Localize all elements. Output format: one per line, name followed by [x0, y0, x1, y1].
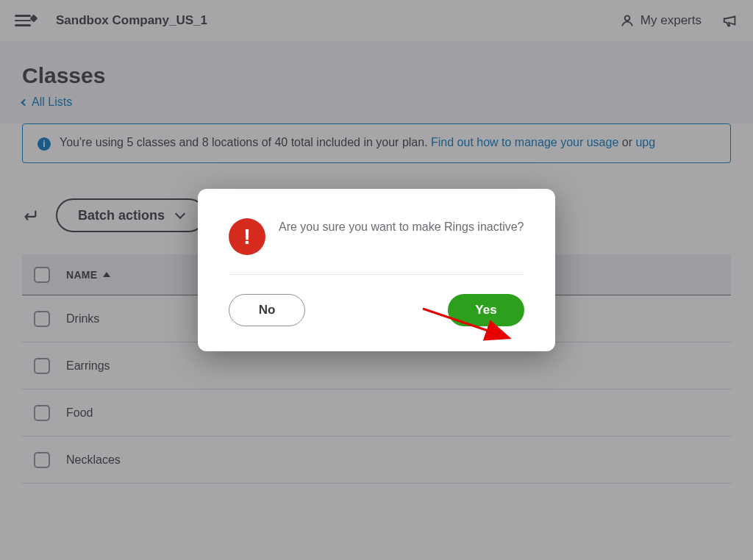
- warning-icon: !: [229, 218, 265, 255]
- modal-message: Are you sure you want to make Rings inac…: [279, 218, 524, 236]
- yes-button-label: Yes: [475, 303, 496, 317]
- no-button[interactable]: No: [229, 294, 305, 326]
- modal-actions: No Yes: [229, 275, 524, 326]
- modal-overlay[interactable]: ! Are you sure you want to make Rings in…: [0, 0, 753, 560]
- confirm-modal: ! Are you sure you want to make Rings in…: [198, 189, 555, 351]
- no-button-label: No: [259, 303, 276, 317]
- yes-button[interactable]: Yes: [448, 294, 524, 326]
- modal-body: ! Are you sure you want to make Rings in…: [229, 218, 524, 275]
